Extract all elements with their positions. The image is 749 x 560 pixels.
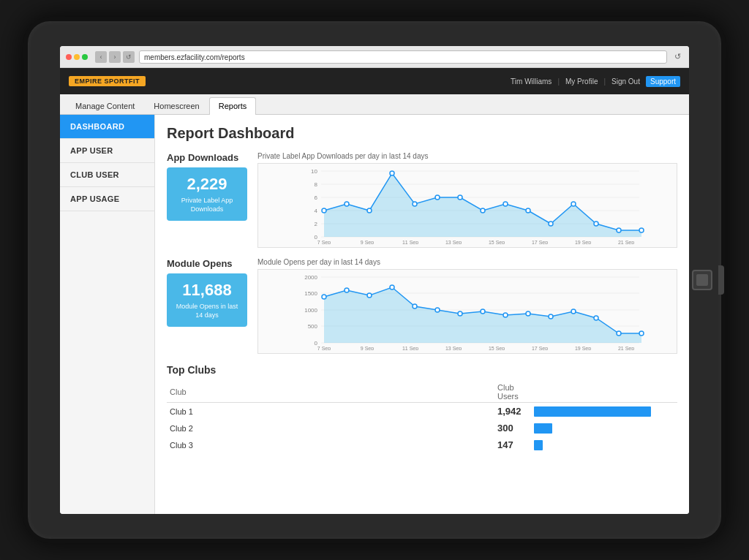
- clubs-table: Club Club Users Club 1 1,942: [167, 382, 677, 453]
- svg-text:10: 10: [311, 168, 317, 175]
- sign-out-link[interactable]: Sign Out: [611, 77, 640, 86]
- tab-manage-content[interactable]: Manage Content: [66, 97, 144, 114]
- svg-point-58: [390, 285, 394, 290]
- svg-text:17 Sep: 17 Sep: [532, 346, 548, 350]
- top-clubs-title: Top Clubs: [167, 364, 677, 376]
- module-opens-chart: Module Opens per day in last 14 days: [257, 258, 677, 354]
- club-3-users: 147: [494, 436, 531, 453]
- svg-text:19 Sep: 19 Sep: [575, 346, 591, 350]
- tablet-home-button[interactable]: [692, 270, 712, 290]
- tablet-frame: ‹ › ↺ members.ezfacility.com/reports ↺ E…: [23, 17, 726, 543]
- svg-text:15 Sep: 15 Sep: [489, 240, 505, 244]
- svg-marker-20: [324, 173, 641, 237]
- svg-point-30: [526, 208, 530, 213]
- maximize-dot[interactable]: [82, 54, 88, 60]
- svg-point-56: [345, 288, 349, 292]
- app-downloads-title: App Downloads: [167, 152, 247, 163]
- users-col-header: Club Users: [494, 382, 531, 403]
- app-downloads-card: App Downloads 2,229 Private Label App Do…: [167, 152, 247, 221]
- svg-point-32: [571, 202, 576, 206]
- club-row-3: Club 3 147: [167, 436, 677, 453]
- svg-text:1500: 1500: [304, 290, 317, 297]
- svg-text:4: 4: [315, 208, 318, 214]
- app-header: EMPIRE SPORTFIT Tim Williams | My Profil…: [60, 68, 689, 94]
- refresh-small-button[interactable]: ↺: [123, 51, 135, 63]
- app-downloads-number: 2,229: [173, 175, 241, 194]
- svg-text:1000: 1000: [304, 307, 317, 314]
- svg-text:9 Sep: 9 Sep: [361, 346, 374, 350]
- tablet-home-button-inner: [696, 274, 708, 286]
- sidebar-item-dashboard[interactable]: DASHBOARD: [60, 115, 154, 139]
- svg-point-26: [435, 195, 440, 200]
- svg-point-60: [435, 308, 440, 312]
- sidebar-item-club-user[interactable]: CLUB USER: [60, 163, 154, 187]
- module-opens-section: Module Opens 11,688 Module Opens in last…: [167, 258, 677, 354]
- club-3-bar-cell: [531, 436, 677, 453]
- svg-point-55: [322, 295, 326, 299]
- svg-point-62: [481, 309, 485, 314]
- bar-col-header: [531, 382, 677, 403]
- sidebar-item-app-user[interactable]: APP USER: [60, 139, 154, 163]
- svg-point-31: [549, 222, 553, 226]
- svg-text:11 Sep: 11 Sep: [402, 240, 418, 244]
- tablet-side-button[interactable]: [718, 265, 724, 295]
- url-bar[interactable]: members.ezfacility.com/reports: [139, 50, 667, 64]
- svg-point-35: [639, 228, 644, 232]
- svg-point-25: [413, 202, 417, 206]
- support-button[interactable]: Support: [646, 76, 680, 87]
- header-right: Tim Williams | My Profile | Sign Out Sup…: [511, 76, 680, 87]
- app-downloads-svg: 10 8 6 4 2 0 7 Sep 9 Sep 11 Sep 13 Sep: [258, 164, 677, 244]
- club-2-name: Club 2: [167, 420, 494, 436]
- svg-text:2000: 2000: [304, 274, 317, 281]
- svg-text:21 Sep: 21 Sep: [618, 346, 634, 350]
- app-downloads-stat-box: 2,229 Private Label App Downloads: [167, 167, 247, 221]
- svg-text:500: 500: [308, 323, 318, 330]
- refresh-button[interactable]: ↺: [671, 51, 683, 63]
- module-opens-svg: 2000 1500 1000 500 0 7 Sep 9 Sep 11 Sep …: [258, 270, 677, 350]
- top-clubs-section: Top Clubs Club Club Users Club 1: [167, 364, 677, 453]
- club-1-users: 1,942: [494, 403, 531, 420]
- logo-text: EMPIRE SPORTFIT: [75, 77, 140, 85]
- svg-text:6: 6: [315, 194, 318, 201]
- svg-point-22: [345, 202, 349, 206]
- back-button[interactable]: ‹: [95, 51, 107, 63]
- tablet-screen: ‹ › ↺ members.ezfacility.com/reports ↺ E…: [60, 46, 689, 514]
- my-profile-link[interactable]: My Profile: [565, 77, 598, 86]
- svg-point-63: [503, 313, 508, 317]
- tab-reports[interactable]: Reports: [209, 97, 257, 115]
- app-downloads-section: App Downloads 2,229 Private Label App Do…: [167, 152, 677, 248]
- club-row-1: Club 1 1,942: [167, 403, 677, 420]
- club-2-users: 300: [494, 420, 531, 436]
- svg-point-67: [594, 316, 598, 320]
- svg-text:15 Sep: 15 Sep: [489, 346, 505, 350]
- svg-point-29: [503, 202, 508, 206]
- svg-point-69: [639, 331, 644, 336]
- sidebar: DASHBOARD APP USER CLUB USER APP USAGE: [60, 115, 155, 514]
- forward-button[interactable]: ›: [109, 51, 121, 63]
- svg-text:9 Sep: 9 Sep: [361, 240, 374, 244]
- svg-point-34: [617, 228, 621, 232]
- app-downloads-chart: Private Label App Downloads per day in l…: [257, 152, 677, 248]
- module-opens-stat-box: 11,688 Module Opens in last 14 days: [167, 273, 247, 327]
- module-opens-title: Module Opens: [167, 258, 247, 269]
- close-dot[interactable]: [66, 54, 72, 60]
- club-row-2: Club 2 300: [167, 420, 677, 436]
- svg-point-24: [390, 171, 394, 175]
- module-opens-label: Module Opens in last 14 days: [173, 303, 241, 319]
- svg-point-59: [413, 304, 417, 309]
- svg-point-21: [322, 208, 326, 213]
- minimize-dot[interactable]: [74, 54, 80, 60]
- club-3-name: Club 3: [167, 436, 494, 453]
- tab-homescreen[interactable]: Homescreen: [144, 97, 208, 114]
- svg-point-64: [526, 311, 530, 316]
- svg-text:7 Sep: 7 Sep: [317, 346, 331, 350]
- svg-point-65: [549, 314, 553, 319]
- module-opens-number: 11,688: [173, 281, 241, 300]
- svg-point-61: [458, 311, 462, 316]
- svg-point-57: [367, 293, 372, 298]
- sidebar-item-app-usage[interactable]: APP USAGE: [60, 187, 154, 211]
- svg-point-27: [458, 195, 462, 200]
- svg-point-23: [367, 208, 372, 213]
- svg-point-33: [594, 222, 598, 226]
- browser-chrome: ‹ › ↺ members.ezfacility.com/reports ↺: [60, 46, 689, 68]
